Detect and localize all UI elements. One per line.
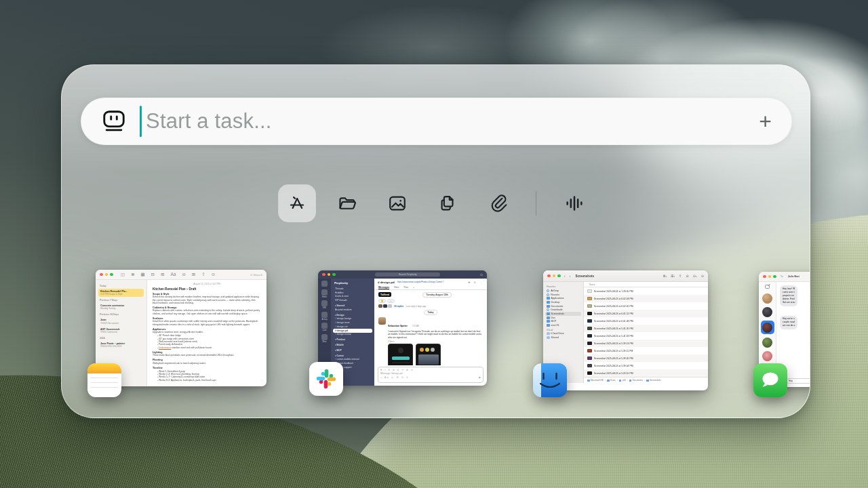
clock-icon <box>547 293 549 296</box>
dock-divider <box>536 191 537 216</box>
conversation-avatar <box>762 293 772 304</box>
rail-label: Home <box>322 296 327 298</box>
incoming-bubble: Hey we're s couple road we can do a <box>780 316 797 329</box>
tab-add: + <box>413 286 414 290</box>
traffic-lights <box>322 273 336 277</box>
thread-last-reply: Last reply 5 days ago <box>406 305 426 308</box>
workspace-logo <box>321 281 328 287</box>
airdrop-icon <box>547 289 549 292</box>
sidebar-section-product: Product <box>333 338 372 342</box>
table-icon: ⊞ <box>192 272 195 277</box>
sidebar-item-desktop: Desktop <box>545 300 581 304</box>
notes-app-icon[interactable] <box>87 363 121 397</box>
channel-tabs: Messages Files Pins + <box>374 285 487 290</box>
traffic-lights <box>763 275 776 279</box>
folder-icon <box>547 317 550 319</box>
home-icon <box>321 289 328 296</box>
sidebar-item-threads: Threads <box>333 287 372 291</box>
avatar <box>378 304 382 308</box>
emoji-reaction <box>378 299 386 303</box>
actions-icon: ⊙▾ <box>693 274 697 278</box>
attachments-filter-button[interactable] <box>479 184 517 222</box>
sidebar-item-recents: Recents <box>545 293 581 297</box>
notes-list-item-selected: Kitchen Remodel Pla... 4:07 PM Scope & S… <box>98 289 144 298</box>
traffic-lights <box>100 273 113 277</box>
slack-app-icon[interactable] <box>309 362 343 396</box>
date-divider: Tuesday, August 12th <box>422 292 452 298</box>
notes-icon-line <box>91 382 118 383</box>
path-crumb: Screenshots <box>646 379 661 382</box>
note-heading: Cabinetry & Storage <box>153 306 261 309</box>
notes-list-item: AST Gooseneck 7/9/25 Comments <box>98 327 144 336</box>
file-row: Screenshot 2025-08-13 at 5.39.05 PM <box>584 354 708 362</box>
file-row: Screenshot 2025-08-13 at 5.39.04 PM <box>584 362 708 369</box>
rail-label: DMs <box>323 307 326 309</box>
lock-icon: ⊙ <box>212 272 215 277</box>
conversation-avatar-selected <box>761 321 774 334</box>
images-filter-button[interactable] <box>378 184 416 222</box>
mobile-screenshot-1 <box>388 344 413 365</box>
traffic-lights <box>547 274 561 278</box>
waveform-icon <box>564 193 585 214</box>
task-placeholder: Start a task... <box>146 109 272 134</box>
note-paragraph: Install 3cm white quartz countertops wit… <box>153 320 261 326</box>
clipboard-filter-button[interactable] <box>429 184 467 222</box>
files-filter-button[interactable] <box>328 184 366 222</box>
task-input[interactable]: Start a task... + <box>81 98 792 145</box>
note-bullet-list: 36" French door fridge 30" gas range wit… <box>157 334 261 349</box>
finder-titlebar: ‹ › Screenshots ≣▾ ⊞▾ ⇧ ⊘ ⊙▾ ⊙ <box>543 270 708 282</box>
paperclip-icon <box>488 193 508 214</box>
sidebar-item-shared: Shared <box>545 336 581 340</box>
conversation-avatar <box>762 338 772 348</box>
share-icon: ⇧ <box>679 274 682 278</box>
messages-logo <box>758 368 783 392</box>
notes-window-thumbnail[interactable]: ◫ ≣ ▦ ⊟ ⊞ Aa ⊘ ⊞ ⇧ ⊙ ⊙ Search Today Kitc… <box>96 270 267 386</box>
channel-topic-link: https://www.notion.so/pplx/Product-Desig… <box>397 281 444 283</box>
thread-replies: 30 replies <box>394 305 403 308</box>
rail-label: Later <box>323 329 327 331</box>
recipient-name: JoJo Nori <box>788 275 800 278</box>
activity-icon <box>321 312 328 318</box>
path-bar: Macintosh HD› Users› phil› Documents› Sc… <box>584 377 708 383</box>
note-bullet-list: Week 1: Demolition & prep Weeks 2–4: Ele… <box>157 370 261 382</box>
rail-label: Activity <box>321 319 327 321</box>
file-list: Screenshot 2025-08-14 at 1.28.50 PM Scre… <box>584 287 708 377</box>
path-crumb: Macintosh HD <box>587 379 604 382</box>
note-heading: Timeline <box>153 367 261 369</box>
sidebar-toggle-icon: ◫ <box>121 272 125 277</box>
file-row: Screenshot 2025-08-13 at 5.39.13 PM <box>584 340 708 347</box>
list-view-icon: ≣ <box>131 272 134 277</box>
finder-app-icon[interactable] <box>533 363 567 397</box>
apps-filter-button[interactable] <box>278 184 316 222</box>
channel-item: design-crit <box>333 325 372 329</box>
slack-composer: B I S ⊘ ≣ ≡ ⊞ ⊙ Message #design-pd + Aa … <box>378 367 484 383</box>
note-heading: Appliances <box>153 328 261 331</box>
voice-input-button[interactable] <box>555 184 593 222</box>
slack-window-thumbnail[interactable]: Search Perplexity ⊙ Home DMs Activity La… <box>318 270 487 386</box>
messages-app-icon[interactable] <box>753 363 787 397</box>
messages-titlebar: To: JoJo Nori <box>759 272 810 282</box>
note-date: August 15, 2025 at 4:07 PM <box>153 283 261 285</box>
sidebar-item-macos: macOS <box>545 323 581 327</box>
channel-item: design-review <box>333 333 372 337</box>
tab-messages: Messages <box>378 286 389 290</box>
applications-icon <box>547 297 550 300</box>
add-button[interactable]: + <box>759 110 772 132</box>
file-row: Screenshot 2025-08-13 at 6.01.48 PM <box>584 317 708 325</box>
note-paragraph: Three matte black pendants over peninsul… <box>153 354 261 357</box>
folder-icon <box>547 312 550 315</box>
copy-icon <box>437 193 458 214</box>
file-row: Screenshot 2025-08-13 at 5.41.18 PM <box>584 332 708 340</box>
back-forward-icons: ‹ › <box>564 274 572 278</box>
note-heading: Surfaces <box>153 317 261 320</box>
file-row: Screenshot 2025-08-13 at 6.01.51 PM <box>584 310 708 317</box>
finder-window-thumbnail[interactable]: ‹ › Screenshots ≣▾ ⊞▾ ⇧ ⊘ ⊙▾ ⊙ Favorites… <box>543 270 708 390</box>
notes-icon-line <box>91 387 118 388</box>
slack-titlebar: Search Perplexity ⊙ <box>318 270 487 279</box>
slack-logo <box>315 367 338 390</box>
notes-list-item: Joan 7/31/25 No content <box>98 317 144 326</box>
folder-icon <box>547 320 550 323</box>
sidebar-section-mcp: MCP <box>333 348 372 352</box>
later-icon <box>321 323 328 329</box>
channel-item-selected: design-pd <box>333 329 372 333</box>
